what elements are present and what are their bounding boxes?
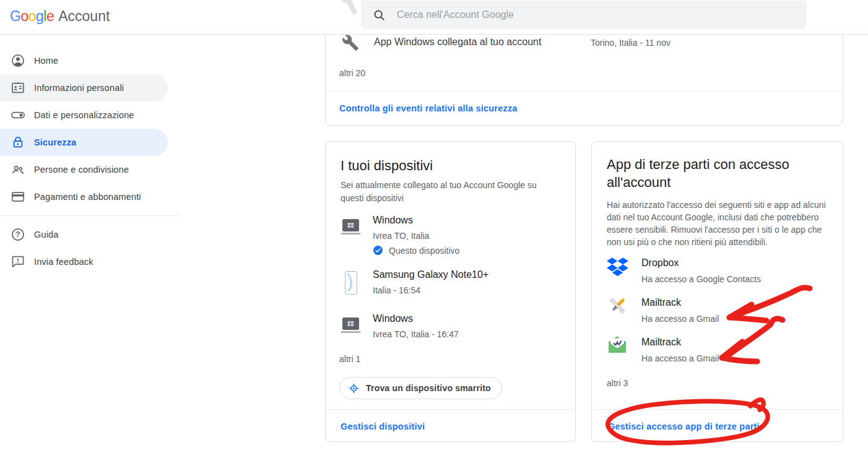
your-devices-card: I tuoi dispositivi Sei attualmente colle… [325, 141, 576, 442]
find-lost-device-label: Trova un dispositivo smarrito [366, 383, 491, 393]
sidebar-item-persone-e-condivisione[interactable]: Persone e condivisione [0, 156, 168, 183]
current-device-badge: Questo dispositivo [373, 245, 459, 256]
search-icon [373, 9, 386, 22]
sidebar-item-label: Dati e personalizzazione [34, 110, 134, 120]
app-access: Ha accesso a Gmail [641, 353, 719, 363]
scrolled-wrench-icon [335, 0, 364, 19]
card-footer-divider [592, 409, 843, 410]
security-event-meta: Torino, Italia - 11 nov [591, 38, 671, 48]
card-footer-divider [326, 91, 843, 92]
devices-card-subtitle: Sei attualmente collegato al tuo Account… [341, 179, 551, 205]
sidebar-nav: Home Informazioni personali Dati e perso… [0, 47, 180, 275]
third-party-apps-card: App di terze parti con accesso all'accou… [591, 141, 843, 442]
current-device-label: Questo dispositivo [389, 246, 459, 256]
sidebar-item-label: Guida [34, 230, 58, 240]
sidebar-item-label: Persone e condivisione [34, 165, 129, 175]
sidebar-item-invia-feedback[interactable]: Invia feedback [0, 248, 168, 275]
wrench-icon [342, 34, 359, 54]
sidebar-item-pagamenti-e-abbonamenti[interactable]: Pagamenti e abbonamenti [0, 183, 168, 210]
sidebar-item-label: Sicurezza [34, 137, 76, 147]
security-event-title[interactable]: App Windows collegata al tuo account [374, 37, 541, 48]
sidebar-item-guida[interactable]: ? Guida [0, 221, 168, 248]
feedback-icon [11, 254, 25, 269]
more-apps-label: altri 3 [607, 378, 628, 388]
smartphone-icon [344, 270, 358, 298]
sidebar-item-home[interactable]: Home [0, 47, 168, 74]
app-header: Google Account [0, 0, 868, 35]
laptop-icon [340, 317, 362, 337]
more-events-label: altri 20 [339, 68, 365, 78]
app-name: Mailtrack [641, 297, 681, 308]
app-name: Mailtrack [641, 337, 681, 348]
device-meta: Ivrea TO, Italia - 16:47 [373, 329, 459, 339]
app-name: Dropbox [641, 257, 679, 269]
sidebar-item-label: Pagamenti e abbonamenti [34, 192, 141, 202]
sidebar-item-label: Invia feedback [34, 257, 93, 267]
dropbox-icon [607, 257, 628, 279]
credit-card-icon [11, 189, 25, 204]
people-icon [11, 162, 25, 177]
lock-icon [11, 135, 25, 150]
apps-card-title: App di terze parti con accesso all'accou… [607, 155, 811, 191]
sidebar-item-label: Informazioni personali [34, 83, 124, 93]
search-input[interactable] [397, 9, 768, 20]
my-location-icon [348, 382, 360, 394]
contact-card-icon [11, 80, 25, 95]
app-access: Ha accesso a Google Contacts [641, 274, 761, 284]
mailtrack-envelope-icon [607, 335, 628, 357]
find-lost-device-button[interactable]: Trova un dispositivo smarrito [339, 377, 502, 399]
google-logo-text: Google [10, 8, 54, 25]
google-account-logo[interactable]: Google Account [10, 8, 110, 25]
help-icon: ? [11, 227, 25, 242]
check-security-events-link[interactable]: Controlla gli eventi relativi alla sicur… [339, 103, 518, 113]
app-access: Ha accesso a Gmail [641, 314, 719, 324]
sidebar-item-informazioni-personali[interactable]: Informazioni personali [0, 74, 168, 102]
laptop-icon [340, 218, 362, 238]
product-name: Account [58, 8, 110, 25]
device-meta: Italia - 16:54 [373, 285, 420, 295]
svg-text:?: ? [15, 230, 20, 239]
devices-card-title: I tuoi dispositivi [341, 157, 433, 175]
device-name: Windows [373, 215, 413, 226]
sidebar-item-dati-e-personalizzazione[interactable]: Dati e personalizzazione [0, 102, 168, 129]
device-name: Samsung Galaxy Note10+ [373, 269, 488, 280]
sidebar-item-label: Home [34, 56, 58, 66]
more-devices-label: altri 1 [339, 354, 360, 364]
device-name: Windows [373, 313, 413, 324]
device-meta: Ivrea TO, Italia [373, 231, 429, 241]
sidebar-item-sicurezza[interactable]: Sicurezza [0, 129, 168, 156]
card-footer-divider [326, 409, 575, 410]
apps-card-description: Hai autorizzato l'accesso dei seguenti s… [607, 199, 828, 248]
mailtrack-brush-ruler-icon [607, 295, 628, 319]
sidebar-divider [0, 215, 180, 216]
account-search-bar [361, 1, 807, 29]
toggle-icon [11, 108, 25, 123]
account-circle-icon [11, 53, 25, 68]
check-circle-icon [373, 245, 383, 256]
manage-devices-link[interactable]: Gestisci dispositivi [341, 421, 425, 431]
manage-third-party-access-link[interactable]: Gestisci accesso app di terze parti [608, 421, 760, 431]
